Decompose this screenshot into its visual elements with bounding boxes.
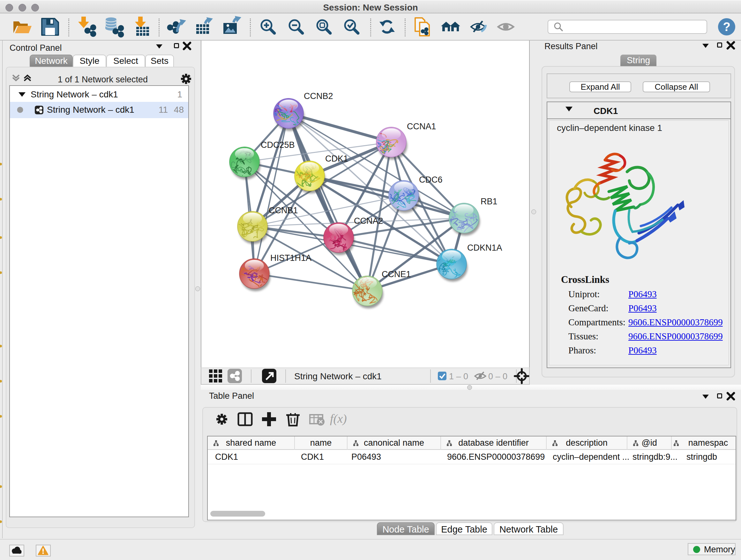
svg-text:CCNA1: CCNA1 xyxy=(407,122,436,131)
svg-text:CCNE1: CCNE1 xyxy=(382,269,411,279)
svg-text:RB1: RB1 xyxy=(481,197,497,206)
svg-text:?: ? xyxy=(723,20,730,34)
svg-text:CDKN1A: CDKN1A xyxy=(467,243,502,253)
svg-text:CCNB1: CCNB1 xyxy=(269,206,298,215)
svg-text:CDC25B: CDC25B xyxy=(261,140,295,150)
svg-text:CDC6: CDC6 xyxy=(419,175,443,185)
svg-text:CCNA2: CCNA2 xyxy=(354,216,383,226)
svg-text:CDK1: CDK1 xyxy=(325,154,348,164)
svg-text:CCNB2: CCNB2 xyxy=(304,91,333,101)
svg-text:HIST1H1A: HIST1H1A xyxy=(270,253,312,263)
